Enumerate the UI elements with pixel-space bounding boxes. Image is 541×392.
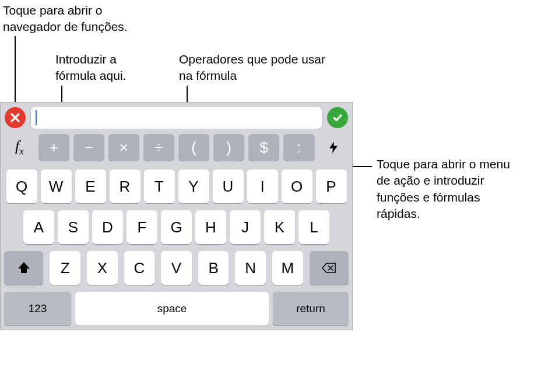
key-o[interactable]: O (282, 169, 312, 203)
key-a[interactable]: A (23, 210, 54, 244)
key-w[interactable]: W (41, 169, 72, 203)
shift-icon (16, 260, 31, 276)
key-l[interactable]: L (298, 210, 329, 244)
key-u[interactable]: U (213, 169, 244, 203)
key-row-2: A S D F G H J K L (3, 210, 349, 244)
qwerty-keyboard: Q W E R T Y U I O P A S D F G H J K L Z (1, 166, 352, 330)
key-backspace[interactable] (310, 251, 349, 285)
check-icon (332, 112, 343, 123)
callout-bolt: Toque para abrir o menu de ação e introd… (377, 156, 511, 222)
fx-icon: fx (15, 137, 24, 157)
key-j[interactable]: J (230, 210, 261, 244)
key-f[interactable]: F (127, 210, 157, 244)
fx-button[interactable]: fx (5, 134, 34, 161)
key-row-1: Q W E R T Y U I O P (3, 169, 349, 203)
op-multiply[interactable]: × (108, 134, 140, 161)
key-shift[interactable] (4, 251, 43, 285)
operator-row: fx + − × ÷ ( ) $ : (1, 132, 352, 166)
callout-operators: Operadores que pode usar na fórmula (179, 51, 331, 84)
key-b[interactable]: B (198, 251, 229, 285)
op-divide[interactable]: ÷ (143, 134, 175, 161)
key-z[interactable]: Z (50, 251, 80, 285)
action-menu-button[interactable] (318, 134, 348, 161)
backspace-icon (321, 260, 336, 276)
key-y[interactable]: Y (178, 169, 209, 203)
op-paren-open[interactable]: ( (178, 134, 210, 161)
key-x[interactable]: X (87, 251, 118, 285)
key-v[interactable]: V (161, 251, 192, 285)
key-d[interactable]: D (92, 210, 123, 244)
key-r[interactable]: R (110, 169, 140, 203)
key-row-3: Z X C V B N M (3, 251, 349, 285)
key-n[interactable]: N (235, 251, 266, 285)
formula-bar (1, 103, 352, 132)
key-s[interactable]: S (58, 210, 89, 244)
key-numbers[interactable]: 123 (4, 292, 71, 326)
callout-formula: Introduzir a fórmula aqui. (55, 51, 154, 84)
cancel-button[interactable] (5, 107, 26, 128)
key-h[interactable]: H (195, 210, 226, 244)
formula-keyboard: fx + − × ÷ ( ) $ : Q W E R T Y U I O P A… (0, 102, 353, 330)
close-icon (9, 112, 21, 123)
key-return[interactable]: return (273, 292, 349, 326)
key-m[interactable]: M (272, 251, 303, 285)
formula-input[interactable] (30, 106, 322, 129)
confirm-button[interactable] (327, 107, 348, 128)
key-q[interactable]: Q (6, 169, 37, 203)
op-minus[interactable]: − (73, 134, 105, 161)
key-t[interactable]: T (144, 169, 175, 203)
text-caret (36, 110, 37, 125)
key-g[interactable]: G (161, 210, 192, 244)
key-row-bottom: 123 space return (3, 292, 349, 326)
key-c[interactable]: C (124, 251, 155, 285)
key-k[interactable]: K (264, 210, 295, 244)
op-plus[interactable]: + (38, 134, 70, 161)
key-i[interactable]: I (247, 169, 278, 203)
op-colon[interactable]: : (283, 134, 315, 161)
key-p[interactable]: P (316, 169, 347, 203)
key-space[interactable]: space (75, 292, 269, 326)
key-e[interactable]: E (75, 169, 106, 203)
op-dollar[interactable]: $ (248, 134, 280, 161)
op-paren-close[interactable]: ) (213, 134, 245, 161)
callout-fx: Toque para abrir o navegador de funções. (3, 2, 143, 36)
bolt-icon (326, 140, 340, 154)
